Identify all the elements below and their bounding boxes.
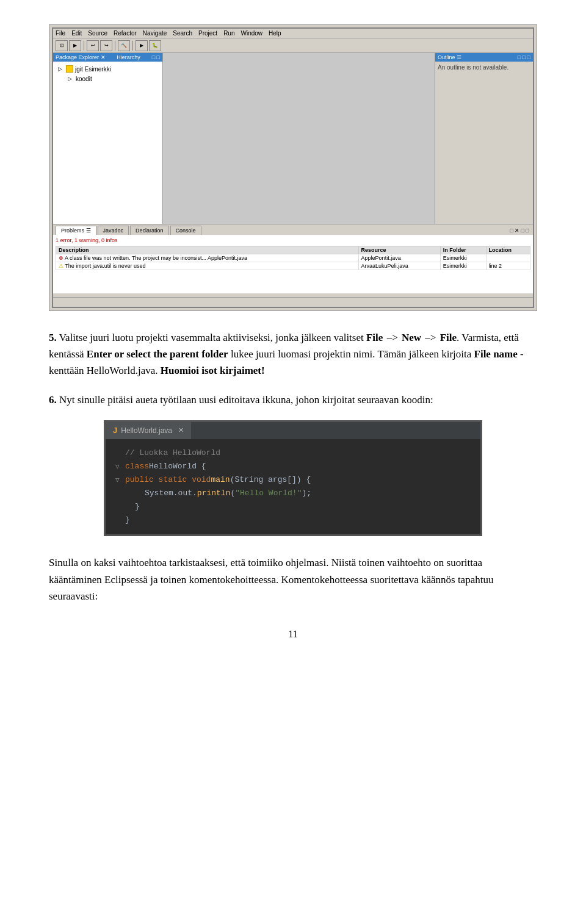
toolbar-btn-5[interactable]: 🔨 (118, 40, 130, 51)
menu-source[interactable]: Source (88, 30, 107, 37)
code-line-4: System.out.println("Hello World!"); (115, 487, 471, 500)
toolbar-btn-run[interactable]: ▶ (136, 40, 148, 51)
problem-desc-2: ⚠ The import java.util is never used (56, 262, 359, 270)
toolbar-btn-1[interactable]: ⊡ (56, 40, 68, 51)
menu-search[interactable]: Search (173, 30, 192, 37)
toolbar-btn-4[interactable]: ↪ (100, 40, 112, 51)
outline-content: An outline is not available. (435, 62, 533, 224)
menu-navigate[interactable]: Navigate (143, 30, 167, 37)
problem-res-2: ArvaaLukuPeli.java (358, 262, 440, 270)
problem-loc-1 (486, 254, 530, 262)
close-tab-icon[interactable]: ✕ (178, 426, 184, 434)
menu-window[interactable]: Window (241, 30, 262, 37)
arrow1: –> (384, 332, 400, 343)
menu-project[interactable]: Project (198, 30, 217, 37)
file-bold2: File (440, 332, 457, 343)
step6-number: 6. (49, 394, 57, 406)
step5-text3: lukee juuri luomasi projektin nimi. Tämä… (228, 348, 474, 360)
code-public-keyword: public static void (125, 473, 211, 487)
problems-summary: 1 error, 1 warning, 0 infos (56, 237, 530, 243)
tab-console[interactable]: Console (170, 226, 201, 235)
new-bold: New (402, 332, 421, 343)
package-explorer-content: ▷ jgit Esimerkki ▷ koodit (53, 62, 162, 224)
package-explorer-label: Package Explorer ✕ (56, 54, 106, 60)
code-println-open: ( (230, 487, 235, 500)
expand-icon: ▷ (56, 65, 64, 73)
bottom-panel-controls: □ ✕ □ □ (508, 226, 530, 235)
arrow2: –> (422, 332, 439, 343)
step6-text: 6. Nyt sinulle pitäisi aueta työtilaan u… (49, 392, 537, 408)
code-tab-filename: HelloWorld.java (121, 426, 172, 435)
page-number-value: 11 (288, 629, 297, 639)
tab-declaration[interactable]: Declaration (130, 226, 169, 235)
menu-refactor[interactable]: Refactor (114, 30, 137, 37)
code-hello-string: "Hello World!" (235, 487, 302, 500)
problems-content: 1 error, 1 warning, 0 infos Description … (53, 235, 533, 293)
problem-row-2: ⚠ The import java.util is never used Arv… (56, 262, 530, 270)
page-content: File Edit Source Refactor Navigate Searc… (49, 24, 537, 640)
toolbar-btn-debug[interactable]: 🐛 (149, 40, 161, 51)
eclipse-menubar: File Edit Source Refactor Navigate Searc… (53, 29, 533, 38)
page-number: 11 (49, 629, 537, 640)
expand-icon-2: ▷ (65, 74, 74, 83)
menu-edit[interactable]: Edit (71, 30, 82, 37)
code-system-out: System.out. (125, 487, 197, 500)
outline-panel: Outline ☰ □ □ □ An outline is not availa… (435, 53, 533, 224)
bottom-paragraph: Sinulla on kaksi vaihtoehtoa tarkistaaks… (49, 554, 537, 604)
problem-folder-2: Esimerkki (440, 262, 486, 270)
panel-controls: □ □ (152, 54, 160, 60)
code-class-keyword: class (125, 460, 149, 473)
eclipse-main-area: Package Explorer ✕ Hierarchy □ □ ▷ jgit … (53, 53, 533, 224)
menu-file[interactable]: File (56, 30, 65, 37)
koodit-label: koodit (76, 76, 92, 82)
tree-item-koodit[interactable]: ▷ koodit (56, 74, 160, 84)
menu-help[interactable]: Help (269, 30, 281, 37)
step5-text1: Valitse juuri luotu projekti vasemmalta … (59, 332, 366, 343)
outline-titlebar: Outline ☰ □ □ □ (435, 53, 533, 62)
package-explorer-panel: Package Explorer ✕ Hierarchy □ □ ▷ jgit … (53, 53, 163, 224)
java-file-icon: J (113, 426, 117, 435)
package-explorer-titlebar: Package Explorer ✕ Hierarchy □ □ (53, 53, 162, 62)
code-line-1: // Luokka HelloWorld (115, 446, 471, 460)
code-line-5: } (115, 500, 471, 514)
eclipse-screenshot: File Edit Source Refactor Navigate Searc… (49, 24, 537, 311)
code-println-close: ); (302, 487, 311, 500)
problem-row-1: ⊗ A class file was not written. The proj… (56, 254, 530, 262)
toolbar-btn-2[interactable]: ▶ (69, 40, 81, 51)
outline-controls: □ □ □ (518, 54, 530, 60)
outline-message: An outline is not available. (438, 64, 508, 71)
code-arrow-2: ▽ (115, 461, 125, 473)
toolbar-btn-3[interactable]: ↩ (87, 40, 99, 51)
huomioi-bold: Huomioi isot kirjaimet! (161, 365, 265, 376)
bottom-tab-bar: Problems ☰ Javadoc Declaration Console □… (53, 224, 533, 235)
step6-text1: Nyt sinulle pitäisi aueta työtilaan uusi… (59, 394, 433, 406)
col-description: Description (56, 246, 359, 254)
tab-problems[interactable]: Problems ☰ (56, 226, 96, 235)
eclipse-bottom-panels: Problems ☰ Javadoc Declaration Console □… (53, 224, 533, 297)
project-icon (66, 65, 73, 73)
code-line-2: ▽ class HelloWorld { (115, 460, 471, 473)
eclipse-toolbar: ⊡ ▶ ↩ ↪ 🔨 ▶ 🐛 (53, 38, 533, 53)
tab-javadoc[interactable]: Javadoc (98, 226, 129, 235)
file-bold: File (366, 332, 383, 343)
code-tab-helloworld[interactable]: J HelloWorld.java ✕ (106, 422, 191, 439)
code-comment: // Luokka HelloWorld (125, 446, 220, 460)
code-close-main: } (125, 500, 140, 514)
problem-res-1: ApplePontit.java (358, 254, 440, 262)
col-resource: Resource (358, 246, 440, 254)
menu-run[interactable]: Run (223, 30, 234, 37)
hierarchy-tab[interactable]: Hierarchy (117, 54, 140, 60)
col-location: Location (486, 246, 530, 254)
step5-text: 5. Valitse juuri luotu projekti vasemmal… (49, 329, 537, 379)
toolbar-separator (84, 41, 84, 51)
tree-item-esimerkki[interactable]: ▷ jgit Esimerkki (56, 64, 160, 74)
code-class-name: HelloWorld { (149, 460, 206, 473)
problems-table: Description Resource In Folder Location … (56, 246, 530, 270)
step5-number: 5. (49, 332, 57, 343)
problem-loc-2: line 2 (486, 262, 530, 270)
problem-desc-1: ⊗ A class file was not written. The proj… (56, 254, 359, 262)
helloworld-code-screenshot: J HelloWorld.java ✕ // Luokka HelloWorld… (104, 420, 482, 537)
problem-folder-1: Esimerkki (440, 254, 486, 262)
code-line-3: ▽ public static void main(String args[])… (115, 473, 471, 487)
toolbar-separator-2 (115, 41, 115, 51)
